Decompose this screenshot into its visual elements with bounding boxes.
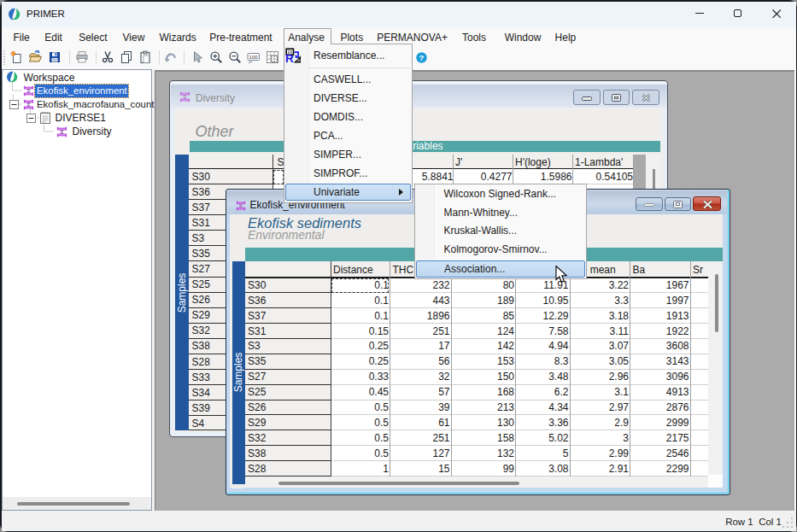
svg-text:R: R xyxy=(285,52,294,64)
svg-text:100: 100 xyxy=(249,55,259,60)
svg-text:?: ? xyxy=(419,53,425,62)
